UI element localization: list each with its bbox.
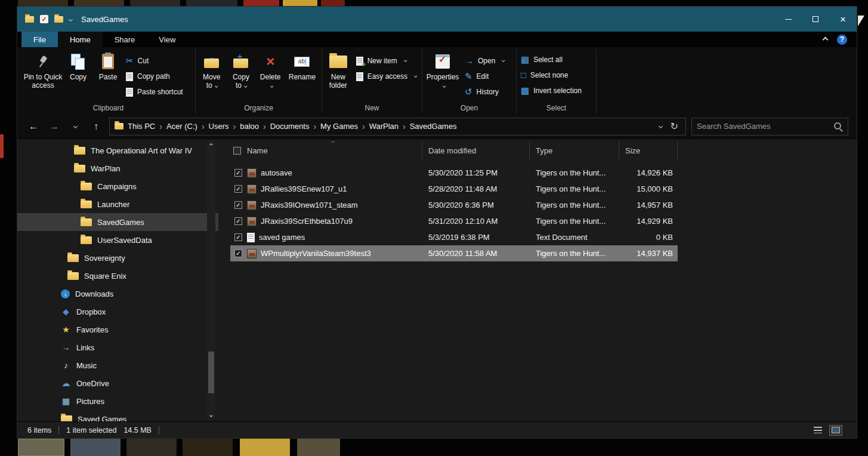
tree-item-the-operational-art-of-war-iv[interactable]: The Operational Art of War IV bbox=[17, 141, 218, 159]
qat-new-folder-icon[interactable] bbox=[54, 16, 63, 23]
tab-view[interactable]: View bbox=[147, 32, 187, 47]
column-header-name[interactable]: Name bbox=[245, 141, 422, 159]
tree-item-usersaveddata[interactable]: UserSavedData bbox=[17, 231, 218, 249]
paste-shortcut-button[interactable]: Paste shortcut bbox=[123, 85, 186, 99]
delete-button[interactable]: × Delete bbox=[256, 50, 285, 90]
paste-button[interactable]: Paste bbox=[93, 50, 123, 81]
breadcrumb-separator-icon[interactable]: › bbox=[231, 122, 239, 131]
tree-item-warplan[interactable]: WarPlan bbox=[17, 159, 218, 177]
move-to-button[interactable]: Moveto bbox=[197, 50, 226, 90]
tree-item-campaigns[interactable]: Campaigns bbox=[17, 177, 218, 195]
desktop-game-tile bbox=[321, 0, 345, 6]
select-all-button[interactable]: ▦Select all bbox=[518, 53, 585, 67]
column-header-type[interactable]: Type bbox=[530, 141, 619, 159]
breadcrumb-separator-icon[interactable]: › bbox=[157, 122, 165, 131]
file-row-jrallies39senew107-u1[interactable]: ✓ JRallies39SEnew107_u1 5/28/2020 11:48 … bbox=[230, 181, 678, 197]
breadcrumb-item-documents[interactable]: Documents bbox=[268, 122, 311, 131]
row-checkbox[interactable]: ✓ bbox=[234, 233, 242, 241]
tab-share[interactable]: Share bbox=[103, 32, 147, 47]
tab-home[interactable]: Home bbox=[58, 32, 103, 47]
tree-item-launcher[interactable]: Launcher bbox=[17, 195, 218, 213]
refresh-icon[interactable]: ↻ bbox=[671, 122, 678, 131]
tree-item-sovereignty[interactable]: Sovereignty bbox=[17, 249, 218, 267]
breadcrumb-item-warplan[interactable]: WarPlan bbox=[367, 122, 400, 131]
breadcrumb-item-baloo[interactable]: baloo bbox=[238, 122, 261, 131]
file-row-jraxis39ionew1071-steam[interactable]: ✓ JRaxis39IOnew1071_steam 5/30/2020 6:36… bbox=[230, 197, 678, 213]
scrollbar-down-icon[interactable] bbox=[209, 414, 213, 417]
qat-properties-icon[interactable]: ✓ bbox=[40, 15, 48, 23]
file-row-saved-games[interactable]: ✓ saved games 5/3/2019 6:38 PM Text Docu… bbox=[230, 229, 678, 245]
tree-item-dropbox[interactable]: ◆ Dropbox bbox=[17, 303, 218, 321]
properties-button[interactable]: Properties bbox=[424, 50, 462, 90]
history-button[interactable]: ↺History bbox=[462, 85, 507, 99]
address-bar[interactable]: This PC›Acer (C:)›Users›baloo›Documents›… bbox=[109, 118, 686, 135]
tree-item-onedrive[interactable]: ☁ OneDrive bbox=[17, 374, 218, 392]
qat-customize-chevron-icon[interactable] bbox=[69, 17, 73, 21]
scrollbar-thumb[interactable] bbox=[208, 352, 214, 393]
search-input[interactable] bbox=[697, 122, 833, 131]
breadcrumb-separator-icon[interactable]: › bbox=[199, 122, 207, 131]
tree-item-favorites[interactable]: ★ Favorites bbox=[17, 321, 218, 338]
breadcrumb-item-this-pc[interactable]: This PC bbox=[126, 122, 157, 131]
tree-item-links[interactable]: → Links bbox=[17, 338, 218, 356]
new-item-button[interactable]: New item bbox=[353, 54, 419, 68]
search-icon[interactable] bbox=[833, 122, 843, 131]
breadcrumb-item-acer-c[interactable]: Acer (C:) bbox=[165, 122, 199, 131]
copy-button[interactable]: Copy bbox=[63, 50, 93, 81]
breadcrumb-item-my-games[interactable]: My Games bbox=[319, 122, 360, 131]
invert-selection-button[interactable]: ▩Invert selection bbox=[518, 84, 585, 98]
copy-path-button[interactable]: Copy path bbox=[123, 69, 186, 84]
ribbon-collapse-icon[interactable] bbox=[823, 36, 829, 42]
breadcrumb-separator-icon[interactable]: › bbox=[261, 122, 268, 131]
row-checkbox[interactable]: ✓ bbox=[234, 217, 242, 225]
scrollbar-up-icon[interactable] bbox=[209, 143, 213, 147]
breadcrumb-item-users[interactable]: Users bbox=[207, 122, 231, 131]
row-checkbox[interactable]: ✓ bbox=[234, 201, 242, 209]
row-checkbox[interactable]: ✓ bbox=[234, 185, 242, 193]
file-date-modified: 5/30/2020 11:25 PM bbox=[422, 168, 530, 177]
breadcrumb-separator-icon[interactable]: › bbox=[400, 122, 408, 131]
open-button[interactable]: →Open bbox=[462, 54, 507, 68]
nav-scrollbar[interactable] bbox=[207, 141, 215, 419]
recent-locations-button[interactable] bbox=[67, 119, 83, 134]
breadcrumb-separator-icon[interactable]: › bbox=[360, 122, 367, 131]
row-checkbox[interactable]: ✓ bbox=[234, 169, 242, 177]
copy-to-button[interactable]: Copyto bbox=[226, 50, 255, 90]
breadcrumb-separator-icon[interactable]: › bbox=[311, 122, 319, 131]
cut-button[interactable]: ✂Cut bbox=[123, 54, 186, 68]
address-dropdown-icon[interactable] bbox=[659, 124, 663, 128]
column-header-date-modified[interactable]: Date modified bbox=[422, 141, 530, 159]
tree-item-music[interactable]: ♪ Music bbox=[17, 356, 218, 374]
maximize-button[interactable] bbox=[802, 7, 829, 32]
details-view-button[interactable] bbox=[811, 425, 824, 436]
file-row-wpmultiplyrvanilasteam39test3[interactable]: ✓ WPmultiplyrVanilaSteam39test3 5/30/202… bbox=[230, 245, 678, 261]
breadcrumb-item-savedgames[interactable]: SavedGames bbox=[408, 122, 459, 131]
tree-item-downloads[interactable]: ↓ Downloads bbox=[17, 285, 218, 303]
tree-item-square-enix[interactable]: Square Enix bbox=[17, 267, 218, 285]
minimize-button[interactable] bbox=[774, 7, 802, 32]
mouse-cursor bbox=[858, 16, 864, 26]
tree-item-pictures[interactable]: ▦ Pictures bbox=[17, 392, 218, 410]
edit-button[interactable]: ✎Edit bbox=[462, 69, 507, 84]
select-all-checkbox[interactable] bbox=[230, 141, 245, 159]
up-button[interactable]: ↑ bbox=[88, 119, 104, 134]
column-header-size[interactable]: Size bbox=[619, 141, 678, 159]
tab-file[interactable]: File bbox=[21, 32, 58, 47]
pin-to-quick-access-button[interactable]: Pin to Quickaccess bbox=[23, 50, 63, 90]
rename-button[interactable]: ab Rename bbox=[285, 50, 319, 81]
file-name: saved games bbox=[259, 233, 305, 242]
select-none-button[interactable]: □Select none bbox=[518, 68, 585, 82]
close-button[interactable]: × bbox=[829, 7, 857, 32]
back-button[interactable]: ← bbox=[26, 119, 41, 134]
help-icon[interactable]: ? bbox=[837, 35, 847, 45]
forward-button[interactable]: → bbox=[47, 119, 62, 134]
tree-item-saved-games[interactable]: Saved Games bbox=[17, 410, 218, 421]
file-row-autosave[interactable]: ✓ autosave 5/30/2020 11:25 PM Tigers on … bbox=[230, 165, 678, 181]
search-box[interactable] bbox=[691, 118, 848, 135]
row-checkbox[interactable]: ✓ bbox=[234, 249, 242, 257]
tree-item-savedgames[interactable]: SavedGames bbox=[17, 213, 218, 231]
file-row-jraxis39screthbeta107u9[interactable]: ✓ JRaxis39ScrEthbeta107u9 5/31/2020 12:1… bbox=[230, 213, 678, 229]
easy-access-button[interactable]: Easy access bbox=[353, 69, 419, 84]
new-folder-button[interactable]: Newfolder bbox=[323, 50, 353, 90]
large-icons-view-button[interactable] bbox=[829, 425, 842, 436]
